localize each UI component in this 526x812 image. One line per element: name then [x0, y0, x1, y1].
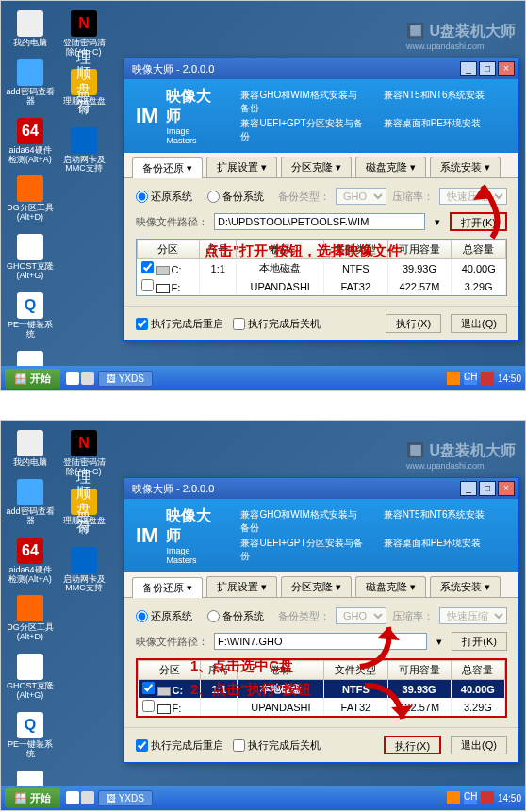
close-button[interactable]: × [498, 61, 515, 76]
tray-icon[interactable]: CH [464, 791, 477, 804]
cell: 3.29G [451, 698, 504, 716]
tab[interactable]: 扩展设置 ▾ [206, 576, 277, 597]
tab-bar: 备份还原 ▾扩展设置 ▾分区克隆 ▾磁盘克隆 ▾系统安装 ▾ [124, 153, 518, 178]
tab[interactable]: 分区克隆 ▾ [281, 576, 352, 597]
close-button[interactable]: × [498, 481, 515, 496]
maximize-button[interactable]: □ [479, 481, 496, 496]
desktop-icon[interactable]: 我的电脑 [6, 10, 55, 48]
column-header[interactable]: 序号 [199, 240, 237, 259]
brand-cn: 映像大师 [166, 87, 222, 126]
tray-icon[interactable] [481, 372, 494, 385]
cell [199, 277, 237, 295]
radio-backup[interactable]: 备份系统 [207, 609, 264, 623]
tab[interactable]: 磁盘克隆 ▾ [355, 157, 426, 177]
restart-checkbox[interactable]: 执行完成后重启 [136, 738, 223, 753]
cell: 本地磁盘 [237, 259, 323, 278]
table-row[interactable]: C:1:1本地磁盘NTFS39.93G40.00G [138, 259, 506, 278]
tray-icon[interactable]: CH [464, 372, 477, 385]
mode-radio-group: 还原系统 备份系统 [136, 190, 264, 204]
column-header[interactable]: 可用容量 [387, 661, 451, 680]
desktop-icon[interactable]: add密码查看器 [6, 479, 55, 526]
tray-icon[interactable] [447, 372, 460, 385]
tray-icon[interactable] [447, 791, 460, 804]
column-header[interactable]: 分区 [138, 240, 200, 259]
compress-select: 快速压缩 [439, 188, 507, 205]
table-row[interactable]: F:UPANDASHIFAT32422.57M3.29G [139, 698, 505, 716]
desktop-icon[interactable]: 64aida64硬件检测(Alt+A) [6, 118, 55, 165]
radio-backup[interactable]: 备份系统 [207, 190, 264, 204]
app-icon [71, 547, 97, 573]
desktop-icon[interactable]: 理顺 盘符理顺磁盘盘符 [59, 69, 108, 116]
desktop-icon[interactable]: DG分区工具(Alt+D) [6, 175, 55, 223]
table-row[interactable]: C:1:1本地磁盘NTFS39.93G40.00G [139, 680, 505, 699]
ql-icon[interactable] [81, 372, 94, 385]
icon-label: PE一键装系统 [6, 740, 55, 759]
exit-button[interactable]: 退出(Q) [451, 736, 507, 754]
restart-checkbox[interactable]: 执行完成后重启 [136, 317, 223, 331]
open-button[interactable]: 打开(K) [450, 212, 507, 231]
column-header[interactable]: 分区 [139, 661, 201, 680]
radio-restore[interactable]: 还原系统 [136, 609, 192, 623]
column-header[interactable]: 文件类型 [323, 240, 387, 259]
exit-button[interactable]: 退出(Q) [451, 314, 507, 333]
radio-restore[interactable]: 还原系统 [136, 190, 192, 204]
tab[interactable]: 备份还原 ▾ [132, 577, 203, 598]
path-input[interactable] [214, 633, 427, 650]
tab[interactable]: 扩展设置 ▾ [206, 157, 277, 177]
start-button[interactable]: 🪟 开始 [5, 788, 60, 808]
row-checkbox[interactable] [141, 261, 154, 273]
desktop-icon[interactable]: 我的电脑 [6, 430, 55, 468]
titlebar[interactable]: 映像大师 - 2.0.0.0 _ □ × [124, 58, 518, 79]
ql-icon[interactable] [66, 372, 79, 385]
start-button[interactable]: 🪟 开始 [5, 369, 60, 389]
desktop-icon[interactable]: 64aida64硬件检测(Alt+A) [6, 538, 55, 585]
column-header[interactable]: 文件类型 [324, 661, 387, 680]
tab[interactable]: 分区克隆 ▾ [281, 157, 352, 177]
column-header[interactable]: 总容量 [451, 661, 504, 680]
cell: F: [139, 698, 201, 716]
desktop-icons-col2: N登陆密码清除(Alt+C)理顺 盘符理顺磁盘盘符启动网卡及MMC支持 [59, 10, 108, 174]
tray-icon[interactable] [481, 791, 494, 804]
tab[interactable]: 磁盘克隆 ▾ [355, 576, 426, 597]
desktop-icon[interactable]: DG分区工具(Alt+D) [6, 595, 55, 642]
row-checkbox[interactable] [142, 682, 155, 694]
desktop-background: 🔲 U盘装机大师 www.upandashi.com 我的电脑add密码查看器6… [1, 421, 525, 810]
column-header[interactable]: 可用容量 [387, 240, 452, 259]
execute-button[interactable]: 执行(X) [386, 314, 441, 333]
shutdown-checkbox[interactable]: 执行完成后关机 [233, 317, 321, 331]
tab[interactable]: 系统安装 ▾ [430, 576, 501, 597]
minimize-button[interactable]: _ [460, 61, 477, 76]
desktop-icon[interactable]: 启动网卡及MMC支持 [59, 127, 108, 174]
tab[interactable]: 备份还原 ▾ [132, 157, 203, 178]
execute-button[interactable]: 执行(X) [384, 736, 441, 754]
column-header[interactable]: 卷标 [238, 661, 324, 680]
row-checkbox[interactable] [141, 279, 154, 291]
cell: NTFS [323, 259, 387, 278]
taskbar-item[interactable]: 🖼 YXDS [98, 371, 153, 387]
row-checkbox[interactable] [142, 700, 155, 712]
ql-icon[interactable] [81, 791, 94, 804]
desktop-icon[interactable]: QPE一键装系统 [6, 292, 55, 340]
minimize-button[interactable]: _ [460, 481, 477, 496]
column-header[interactable]: 总容量 [452, 240, 506, 259]
desktop-icon[interactable]: 启动网卡及MMC支持 [59, 547, 108, 594]
maximize-button[interactable]: □ [479, 61, 496, 76]
desktop-icon[interactable]: QPE一键装系统 [6, 712, 55, 759]
ql-icon[interactable] [66, 791, 79, 804]
shutdown-checkbox[interactable]: 执行完成后关机 [233, 738, 321, 753]
desktop-icon[interactable]: add密码查看器 [6, 59, 55, 107]
app-icon: N [71, 10, 97, 37]
tab[interactable]: 系统安装 ▾ [430, 157, 501, 177]
path-input[interactable] [214, 213, 425, 230]
titlebar[interactable]: 映像大师 - 2.0.0.0 _ □ × [124, 478, 518, 499]
open-button[interactable]: 打开(K) [452, 632, 507, 651]
column-header[interactable]: 序号 [201, 661, 238, 680]
cell: 40.00G [451, 680, 504, 699]
column-header[interactable]: 卷标 [237, 240, 323, 259]
table-row[interactable]: F:UPANDASHIFAT32422.57M3.29G [138, 277, 506, 295]
taskbar-item[interactable]: 🖼 YXDS [98, 790, 153, 806]
desktop-icon[interactable]: GHOST克隆(Alt+G) [6, 654, 55, 701]
app-icon: Q [17, 292, 43, 319]
desktop-icon[interactable]: GHOST克隆(Alt+G) [6, 234, 55, 281]
desktop-icon[interactable]: 理顺 盘符理顺磁盘盘符 [59, 489, 108, 536]
